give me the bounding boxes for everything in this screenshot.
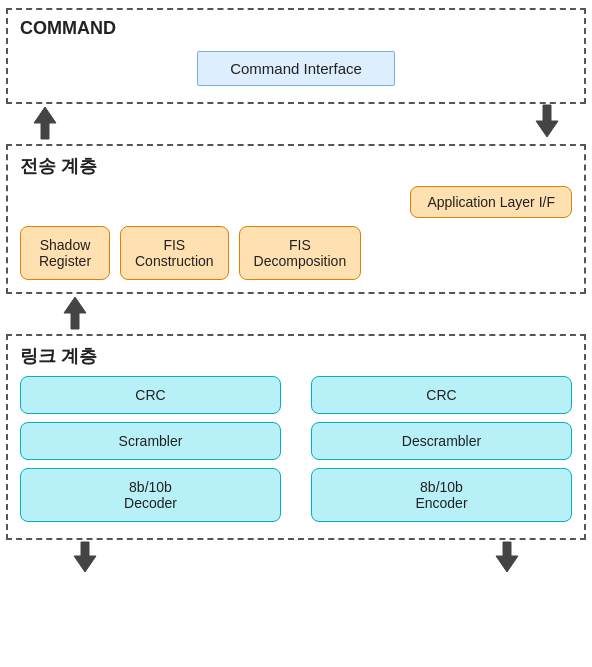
command-section: COMMAND Command Interface — [6, 8, 586, 104]
link-col-right: CRC Descrambler 8b/10bEncoder — [311, 376, 572, 522]
svg-marker-3 — [74, 542, 96, 572]
svg-marker-4 — [496, 542, 518, 572]
link-col-left: CRC Scrambler 8b/10bDecoder — [20, 376, 281, 522]
svg-marker-1 — [536, 105, 558, 137]
app-layer-box: Application Layer I/F — [410, 186, 572, 218]
link-section-label: 링크 계층 — [20, 344, 572, 368]
link-right-crc: CRC — [311, 376, 572, 414]
command-inner: Command Interface — [20, 47, 572, 90]
arrow-up-mid-left — [56, 293, 94, 335]
transmission-boxes: ShadowRegister FISConstruction FISDecomp… — [20, 226, 572, 280]
bottom-arrow-row — [6, 540, 586, 576]
transmission-top: Application Layer I/F — [20, 186, 572, 218]
arrow-down-bottom-right — [488, 540, 526, 576]
svg-marker-2 — [64, 297, 86, 329]
fis-construction-box: FISConstruction — [120, 226, 229, 280]
arrow-up-left — [26, 103, 64, 145]
transmission-section-label: 전송 계층 — [20, 154, 572, 178]
link-left-crc: CRC — [20, 376, 281, 414]
fis-decomposition-box: FISDecomposition — [239, 226, 362, 280]
main-container: COMMAND Command Interface 전송 계층 Applicat… — [6, 8, 586, 576]
link-section: 링크 계층 CRC Scrambler 8b/10bDecoder CRC De… — [6, 334, 586, 540]
svg-marker-0 — [34, 107, 56, 139]
arrow-down-right — [528, 103, 566, 145]
link-right-descrambler: Descrambler — [311, 422, 572, 460]
arrow-down-bottom-left — [66, 540, 104, 576]
transmission-to-link-arrows — [6, 294, 586, 334]
link-inner: CRC Scrambler 8b/10bDecoder CRC Descramb… — [20, 376, 572, 522]
command-section-label: COMMAND — [20, 18, 572, 39]
link-left-decoder: 8b/10bDecoder — [20, 468, 281, 522]
shadow-register-box: ShadowRegister — [20, 226, 110, 280]
transmission-section: 전송 계층 Application Layer I/F ShadowRegist… — [6, 144, 586, 294]
command-to-transmission-arrows — [6, 104, 586, 144]
link-right-encoder: 8b/10bEncoder — [311, 468, 572, 522]
link-left-scrambler: Scrambler — [20, 422, 281, 460]
command-interface-box: Command Interface — [197, 51, 395, 86]
